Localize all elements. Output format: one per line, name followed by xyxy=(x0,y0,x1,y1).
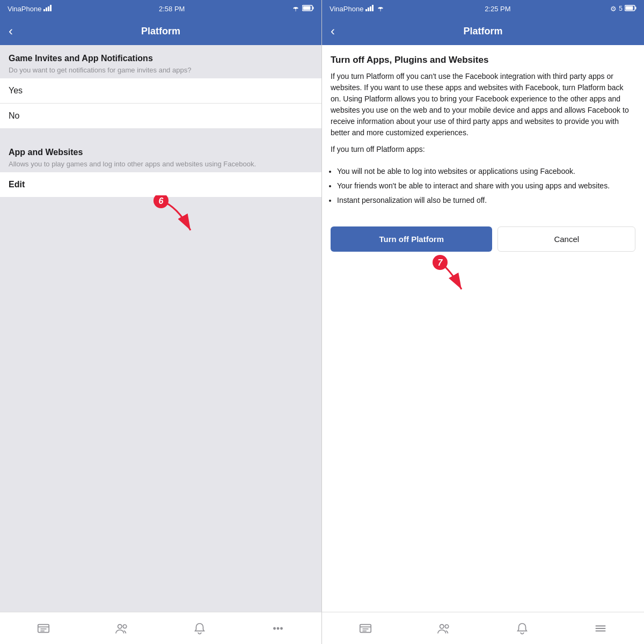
svg-rect-24 xyxy=(625,6,633,10)
right-tab-bar xyxy=(322,612,644,644)
wifi-icon-right xyxy=(376,5,385,13)
svg-point-16 xyxy=(274,627,275,629)
signal-left xyxy=(43,5,52,13)
bullet-list: You will not be able to log into website… xyxy=(322,166,644,218)
game-invites-section: Game Invites and App Notifications Do yo… xyxy=(0,45,321,78)
app-websites-heading: App and Websites xyxy=(9,148,313,157)
yes-option[interactable]: Yes xyxy=(0,78,321,104)
right-back-button[interactable]: ‹ xyxy=(331,24,335,39)
left-scroll-content: Game Invites and App Notifications Do yo… xyxy=(0,45,321,612)
right-scroll-content: Turn off Apps, Plugins and Websites If y… xyxy=(322,45,644,612)
turn-off-heading: Turn off Apps, Plugins and Websites xyxy=(331,55,635,65)
svg-rect-22 xyxy=(372,5,374,11)
svg-point-14 xyxy=(118,624,121,628)
svg-rect-25 xyxy=(635,6,636,9)
battery-icon-left xyxy=(302,5,314,13)
tab-more-right[interactable] xyxy=(561,621,640,635)
svg-rect-5 xyxy=(303,6,310,10)
right-content-area: Turn off Apps, Plugins and Websites If y… xyxy=(322,45,644,612)
tab-more-left[interactable] xyxy=(239,621,317,635)
wifi-icon-left xyxy=(291,5,300,13)
signal-right xyxy=(365,5,374,13)
left-tab-bar xyxy=(0,612,321,644)
right-status-left: VinaPhone xyxy=(330,5,385,13)
left-phone-panel: VinaPhone 2:58 PM ‹ Platform Game Invite… xyxy=(0,0,322,644)
turn-off-section: Turn off Apps, Plugins and Websites If y… xyxy=(322,45,644,166)
left-status-left: VinaPhone xyxy=(8,5,52,13)
tab-friends-right[interactable] xyxy=(405,621,483,635)
svg-point-33 xyxy=(440,624,444,628)
section-gap-1 xyxy=(0,128,321,139)
cancel-button[interactable]: Cancel xyxy=(497,226,635,252)
tab-feed-right[interactable] xyxy=(326,621,405,635)
svg-rect-0 xyxy=(43,9,45,11)
svg-rect-3 xyxy=(50,5,52,11)
right-status-right: ⚙ 5 xyxy=(610,5,636,13)
svg-rect-20 xyxy=(368,8,369,11)
svg-point-18 xyxy=(281,627,282,629)
right-nav-bar: ‹ Platform xyxy=(322,17,644,45)
turn-off-body1: If you turn Platform off you can't use t… xyxy=(331,71,635,138)
turn-off-platform-button[interactable]: Turn off Platform xyxy=(331,226,492,252)
tab-notifications-left[interactable] xyxy=(161,621,239,635)
svg-point-34 xyxy=(445,625,449,628)
no-option[interactable]: No xyxy=(0,104,321,128)
app-websites-description: Allows you to play games and log into ot… xyxy=(9,159,313,169)
battery-num-right: 5 xyxy=(619,5,623,12)
battery-icon-right xyxy=(625,5,636,13)
right-status-time: 2:25 PM xyxy=(485,5,510,13)
left-nav-bar: ‹ Platform xyxy=(0,17,321,45)
edit-list: Edit xyxy=(0,172,321,197)
right-nav-title: Platform xyxy=(463,26,502,37)
yes-no-list: Yes No xyxy=(0,78,321,128)
left-nav-title: Platform xyxy=(141,26,180,37)
action-buttons: Turn off Platform Cancel xyxy=(322,218,644,260)
svg-rect-1 xyxy=(46,8,47,11)
svg-rect-19 xyxy=(365,9,367,11)
bullet-item-2: Your friends won't be able to interact a… xyxy=(337,180,635,192)
bullet-item-1: You will not be able to log into website… xyxy=(337,166,635,177)
svg-point-15 xyxy=(123,625,127,628)
bullet-item-3: Instant personalization will also be tur… xyxy=(337,195,635,206)
left-status-right xyxy=(291,5,314,13)
tab-friends-left[interactable] xyxy=(83,621,161,635)
svg-rect-2 xyxy=(48,6,49,11)
carrier-right: VinaPhone xyxy=(330,5,363,13)
settings-icon-right: ⚙ xyxy=(610,5,617,13)
tab-notifications-right[interactable] xyxy=(483,621,561,635)
right-phone-panel: VinaPhone 2:25 PM ⚙ 5 ‹ Platform Turn of… xyxy=(322,0,644,644)
left-status-bar: VinaPhone 2:58 PM xyxy=(0,0,321,17)
svg-point-17 xyxy=(277,627,279,629)
left-content-area: Game Invites and App Notifications Do yo… xyxy=(0,45,321,612)
game-invites-heading: Game Invites and App Notifications xyxy=(9,54,313,63)
carrier-left: VinaPhone xyxy=(8,5,41,13)
app-websites-section: App and Websites Allows you to play game… xyxy=(0,139,321,172)
svg-rect-6 xyxy=(312,6,313,9)
right-status-bar: VinaPhone 2:25 PM ⚙ 5 xyxy=(322,0,644,17)
edit-button[interactable]: Edit xyxy=(0,172,321,197)
if-turn-off: If you turn off Platform apps: xyxy=(331,144,635,155)
tab-feed-left[interactable] xyxy=(4,621,83,635)
left-back-button[interactable]: ‹ xyxy=(9,24,13,39)
svg-rect-21 xyxy=(370,6,371,11)
game-invites-description: Do you want to get notifications for gam… xyxy=(9,65,313,75)
left-status-time: 2:58 PM xyxy=(159,5,185,13)
